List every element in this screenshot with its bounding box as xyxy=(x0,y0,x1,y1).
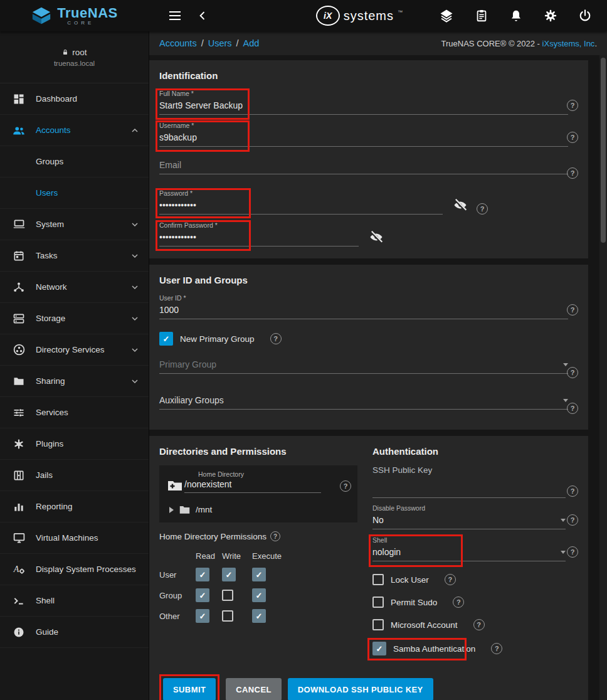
brand-name: TrueNAS xyxy=(57,6,117,20)
chevron-left-icon[interactable] xyxy=(194,7,211,24)
checkbox[interactable] xyxy=(372,619,384,630)
sidebar-item-services[interactable]: Services xyxy=(0,397,149,428)
other-execute-checkbox[interactable] xyxy=(252,609,266,623)
sidebar-item-shell[interactable]: Shell xyxy=(0,585,149,617)
visibility-off-icon[interactable] xyxy=(453,198,468,213)
tree-expand-icon[interactable] xyxy=(169,507,174,513)
samba-authentication-checkbox[interactable]: Samba Authentication ? xyxy=(372,642,502,655)
help-icon[interactable]: ? xyxy=(491,643,502,654)
download-ssh-public-key-button[interactable]: DOWNLOAD SSH PUBLIC KEY xyxy=(288,678,433,700)
help-icon[interactable]: ? xyxy=(567,403,578,414)
checkbox[interactable] xyxy=(372,642,386,655)
sidebar-item-system[interactable]: System xyxy=(0,209,149,240)
full-name-input[interactable]: Start9 Server Backup xyxy=(159,98,568,115)
sidebar-item-guide[interactable]: Guide xyxy=(0,617,149,648)
truecommand-icon[interactable] xyxy=(436,6,457,26)
sidebar-item-groups[interactable]: Groups xyxy=(0,146,149,178)
submit-button[interactable]: SUBMIT xyxy=(163,678,216,700)
permit-sudo-checkbox[interactable]: Permit Sudo ? xyxy=(372,597,464,608)
sidebar-item-jails[interactable]: Jails xyxy=(0,460,149,491)
sidebar-item-directory-services[interactable]: Directory Services xyxy=(0,334,149,366)
other-write-checkbox[interactable] xyxy=(222,610,233,622)
truenas-logo[interactable]: TrueNAS CORE xyxy=(0,6,149,26)
sidebar-item-reporting[interactable]: Reporting xyxy=(0,491,149,522)
help-icon[interactable]: ? xyxy=(340,480,351,492)
chevron-up-icon xyxy=(130,125,140,135)
power-icon[interactable] xyxy=(576,6,594,25)
sidebar-item-plugins[interactable]: Plugins xyxy=(0,428,149,460)
alerts-bell-icon[interactable] xyxy=(507,6,525,25)
email-field[interactable]: Email ? xyxy=(159,157,578,185)
group-write-checkbox[interactable] xyxy=(222,590,233,601)
breadcrumb-add[interactable]: Add xyxy=(243,38,260,48)
user-write-checkbox[interactable] xyxy=(222,568,236,581)
ixsystems-link[interactable]: iXsystems, Inc xyxy=(542,39,595,48)
sidebar-item-storage[interactable]: Storage xyxy=(0,303,149,334)
visibility-off-icon[interactable] xyxy=(369,230,384,245)
password-field[interactable]: Password * •••••••••••• ? xyxy=(159,189,578,217)
breadcrumb-users[interactable]: Users xyxy=(208,38,232,48)
help-icon[interactable]: ? xyxy=(567,546,578,558)
confirm-password-field[interactable]: Confirm Password * •••••••••••• xyxy=(159,221,578,249)
ssh-public-key-textarea[interactable] xyxy=(372,475,566,498)
sidebar-item-network[interactable]: Network xyxy=(0,272,149,303)
confirm-password-input[interactable]: •••••••••••• xyxy=(159,230,359,247)
lock-user-checkbox[interactable]: Lock User ? xyxy=(372,574,456,585)
new-primary-group-checkbox[interactable]: New Primary Group ? xyxy=(159,332,282,346)
user-id-field[interactable]: User ID * 1000 ? xyxy=(159,294,578,322)
sidebar-item-tasks[interactable]: Tasks xyxy=(0,240,149,272)
group-read-checkbox[interactable] xyxy=(196,588,209,602)
settings-gear-icon[interactable] xyxy=(541,6,560,25)
help-icon[interactable]: ? xyxy=(473,619,485,630)
sidebar-item-display-system-processes[interactable]: A Display System Processes xyxy=(0,554,149,585)
other-read-checkbox[interactable] xyxy=(196,609,209,623)
full-name-field[interactable]: Full Name * Start9 Server Backup ? xyxy=(159,90,578,117)
checkbox[interactable] xyxy=(372,597,384,608)
auxiliary-groups-select[interactable]: Auxiliary Groups ? xyxy=(159,393,578,420)
plugins-icon xyxy=(11,438,26,450)
user-execute-checkbox[interactable] xyxy=(252,568,266,581)
sidebar-item-sharing[interactable]: Sharing xyxy=(0,366,149,397)
sidebar-item-dashboard[interactable]: Dashboard xyxy=(0,83,149,115)
checkbox[interactable] xyxy=(159,332,173,346)
home-directory-input[interactable]: /nonexistent xyxy=(184,478,321,493)
help-icon[interactable]: ? xyxy=(453,597,464,608)
group-execute-checkbox[interactable] xyxy=(252,588,266,602)
help-icon[interactable]: ? xyxy=(567,367,578,378)
breadcrumb-accounts[interactable]: Accounts xyxy=(159,38,197,48)
help-icon[interactable]: ? xyxy=(567,100,578,111)
sidebar-item-virtual-machines[interactable]: Virtual Machines xyxy=(0,522,149,554)
help-icon[interactable]: ? xyxy=(567,304,578,316)
help-icon[interactable]: ? xyxy=(567,132,578,143)
help-icon[interactable]: ? xyxy=(445,574,456,585)
disable-password-select[interactable]: Disable Password No ? xyxy=(372,504,578,532)
cancel-button[interactable]: CANCEL xyxy=(226,678,282,700)
microsoft-account-checkbox[interactable]: Microsoft Account ? xyxy=(372,619,485,630)
user-read-checkbox[interactable] xyxy=(196,568,209,581)
sidebar-item-accounts[interactable]: Accounts xyxy=(0,115,149,146)
sidebar-item-users[interactable]: Users xyxy=(0,178,149,209)
primary-group-select[interactable]: Primary Group ? xyxy=(159,357,578,384)
scrollbar-thumb[interactable] xyxy=(601,58,606,243)
user-id-input[interactable]: 1000 xyxy=(159,302,568,319)
help-icon[interactable]: ? xyxy=(567,167,578,179)
password-input[interactable]: •••••••••••• xyxy=(159,198,443,215)
checkbox[interactable] xyxy=(372,574,384,585)
help-icon[interactable]: ? xyxy=(477,203,488,215)
help-icon[interactable]: ? xyxy=(270,531,280,541)
authentication-title: Authentication xyxy=(372,446,578,457)
shell-select[interactable]: Shell nologin ? xyxy=(372,536,578,564)
menu-icon[interactable] xyxy=(165,6,185,26)
email-input[interactable]: Email xyxy=(159,157,568,174)
help-icon[interactable]: ? xyxy=(567,514,578,526)
help-icon[interactable]: ? xyxy=(567,485,578,497)
username-input[interactable]: s9backup xyxy=(159,130,568,147)
scrollbar-track[interactable] xyxy=(599,55,607,700)
username-field[interactable]: Username * s9backup ? xyxy=(159,122,578,149)
ixsystems-mark: iX xyxy=(316,6,340,26)
folder-add-icon[interactable] xyxy=(167,478,183,493)
mnt-tree-item[interactable]: /mnt xyxy=(167,504,350,515)
ssh-public-key-field[interactable]: SSH Public Key ? xyxy=(372,465,578,498)
task-manager-icon[interactable] xyxy=(472,6,491,25)
help-icon[interactable]: ? xyxy=(270,333,282,344)
